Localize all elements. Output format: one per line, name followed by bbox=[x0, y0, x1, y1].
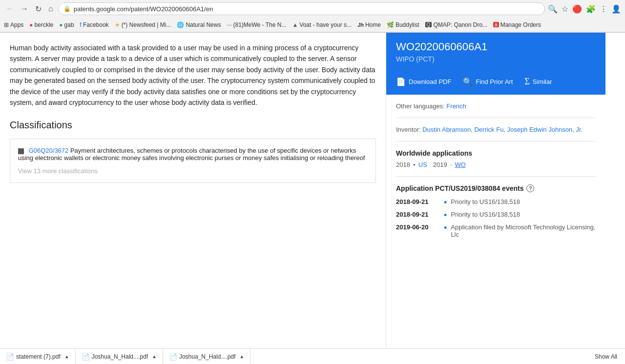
download-item-1[interactable]: 📄 Joshua_N_Hald....pdf ▲ bbox=[76, 349, 163, 364]
menu-icon[interactable]: ⋮ bbox=[600, 4, 607, 14]
bookmarks-bar: ⊞ Apps ● berckle ● gab f Facebook ★ (*) … bbox=[0, 18, 625, 32]
browser-actions: 🔍 ☆ 🔴 🧩 ⋮ 👤 bbox=[548, 4, 621, 14]
other-languages-section: Other languages: French bbox=[396, 102, 596, 118]
extensions-icon[interactable]: 🧩 bbox=[586, 4, 596, 14]
bookmark-newsfeed[interactable]: ★ (*) Newsfeed | Mi... bbox=[115, 21, 171, 28]
facebook-label: Facebook bbox=[83, 21, 109, 28]
pdf-icon-0: 📄 bbox=[6, 353, 14, 361]
bookmark-qmap[interactable]: Q QMAP: Qanon Dro... bbox=[425, 21, 488, 28]
mewe-icon: ··· bbox=[227, 21, 231, 28]
event-date-2: 2019-06-20 bbox=[396, 223, 440, 231]
download-item-2[interactable]: 📄 Joshua_N_Hald....pdf ▲ bbox=[163, 349, 250, 364]
inventors-link[interactable]: Dustin Abramson, Derrick Fu, Joseph Edwi… bbox=[422, 126, 583, 133]
home-bk-icon: Jh bbox=[357, 22, 364, 28]
classification-code-link[interactable]: G06Q20/3672 bbox=[29, 147, 69, 154]
patent-number: WO2020060606A1 bbox=[396, 40, 596, 53]
event-row-2: 2019-06-20 • Application filed by Micros… bbox=[396, 223, 596, 238]
apps-label: Apps bbox=[10, 21, 23, 28]
event-desc-2: Application filed by Microsoft Technolog… bbox=[451, 223, 596, 238]
event-desc-0: Priority to US16/138,518 bbox=[451, 198, 520, 205]
bookmark-facebook[interactable]: f Facebook bbox=[80, 21, 109, 28]
naturalnews-label: Natural News bbox=[186, 21, 221, 28]
qmap-label: QMAP: Qanon Dro... bbox=[433, 21, 487, 28]
download-arrow-1[interactable]: ▲ bbox=[152, 354, 157, 359]
sigma-icon: Σ bbox=[524, 77, 529, 87]
pdf-icon-1: 📄 bbox=[82, 353, 90, 361]
dot-2: · bbox=[450, 161, 452, 168]
right-panel: WO2020060606A1 WIPO (PCT) 📄 Download PDF… bbox=[386, 33, 605, 349]
forward-button[interactable]: → bbox=[19, 3, 30, 14]
download-arrow-0[interactable]: ▲ bbox=[64, 354, 69, 359]
application-section: Application PCT/US2019/038084 events ? 2… bbox=[396, 184, 596, 238]
abstract-text: Human body activity associated with a ta… bbox=[10, 42, 376, 108]
country-us-link[interactable]: US bbox=[418, 161, 427, 168]
patent-header: WO2020060606A1 WIPO (PCT) bbox=[386, 33, 605, 71]
actions-bar: 📄 Download PDF 🔍 Find Prior Art Σ Simila… bbox=[386, 71, 605, 95]
manageorders-label: Manage Orders bbox=[500, 21, 541, 28]
view-more-link[interactable]: View 13 more classifications bbox=[18, 167, 368, 175]
bookmark-voat[interactable]: ▲ Voat - have your s... bbox=[292, 21, 352, 28]
manageorders-icon: a bbox=[493, 22, 499, 27]
right-body: Other languages: French Inventor: Dustin… bbox=[386, 95, 605, 250]
similar-label: Similar bbox=[533, 78, 552, 85]
download-pdf-button[interactable]: 📄 Download PDF bbox=[396, 77, 451, 86]
avatar-icon[interactable]: 👤 bbox=[611, 4, 621, 14]
classification-icon bbox=[18, 148, 24, 154]
download-filename-2: Joshua_N_Hald....pdf bbox=[179, 353, 235, 360]
bookmark-mewe[interactable]: ··· (81)MeWe - The N... bbox=[227, 21, 286, 28]
apps-icon: ⊞ bbox=[4, 21, 9, 28]
home-bk-label: Home bbox=[365, 21, 381, 28]
event-row-1: 2018-09-21 • Priority to US16/138,518 bbox=[396, 211, 596, 220]
home-button[interactable]: ⌂ bbox=[46, 3, 55, 14]
event-date-1: 2018-09-21 bbox=[396, 211, 440, 218]
newsfeed-label: (*) Newsfeed | Mi... bbox=[122, 21, 171, 28]
buddylist-label: Buddylist bbox=[396, 21, 419, 28]
bookmark-naturalnews[interactable]: 🌐 Natural News bbox=[177, 21, 221, 28]
find-prior-art-label: Find Prior Art bbox=[476, 78, 513, 85]
event-bullet-1: • bbox=[444, 211, 447, 220]
refresh-button[interactable]: ↻ bbox=[33, 3, 43, 15]
event-row-0: 2018-09-21 • Priority to US16/138,518 bbox=[396, 198, 596, 207]
classifications-heading: Classifications bbox=[10, 120, 376, 131]
show-all-button[interactable]: Show All bbox=[591, 353, 621, 360]
worldwide-heading: Worldwide applications bbox=[396, 149, 596, 157]
bookmark-home[interactable]: Jh Home bbox=[357, 21, 381, 28]
pdf-icon-2: 📄 bbox=[169, 353, 177, 361]
gab-icon: ● bbox=[59, 21, 62, 28]
worldwide-years: 2018 ● US 2019 · WO bbox=[396, 161, 596, 168]
event-desc-1: Priority to US16/138,518 bbox=[451, 211, 520, 218]
application-heading: Application PCT/US2019/038084 events ? bbox=[396, 184, 596, 192]
buddylist-icon: 🌿 bbox=[387, 21, 394, 28]
qmap-icon: Q bbox=[425, 22, 432, 27]
bookmark-buddylist[interactable]: 🌿 Buddylist bbox=[387, 21, 419, 28]
country-wo-link[interactable]: WO bbox=[455, 161, 465, 168]
download-item-0[interactable]: 📄 statement (7).pdf ▲ bbox=[4, 349, 76, 364]
bookmark-manageorders[interactable]: a Manage Orders bbox=[493, 21, 541, 28]
event-bullet-0: • bbox=[444, 198, 447, 207]
voat-icon: ▲ bbox=[292, 21, 298, 28]
bottom-bar: 📄 statement (7).pdf ▲ 📄 Joshua_N_Hald...… bbox=[0, 348, 625, 364]
info-icon[interactable]: ? bbox=[526, 184, 534, 192]
application-heading-text: Application PCT/US2019/038084 events bbox=[396, 184, 523, 192]
other-languages-label: Other languages: bbox=[396, 102, 445, 110]
facebook-icon: f bbox=[80, 21, 82, 28]
left-panel: Human body activity associated with a ta… bbox=[0, 33, 386, 349]
french-link[interactable]: French bbox=[446, 102, 466, 110]
download-filename-1: Joshua_N_Hald....pdf bbox=[92, 353, 148, 360]
bookmark-berckle[interactable]: ● berckle bbox=[29, 21, 53, 28]
find-prior-art-button[interactable]: 🔍 Find Prior Art bbox=[463, 77, 513, 86]
newsfeed-icon: ★ bbox=[115, 21, 120, 28]
download-arrow-2[interactable]: ▲ bbox=[239, 354, 244, 359]
similar-button[interactable]: Σ Similar bbox=[524, 77, 552, 87]
back-button[interactable]: ← bbox=[4, 3, 16, 14]
extension-icon[interactable]: 🔴 bbox=[572, 4, 582, 14]
star-icon[interactable]: ☆ bbox=[562, 4, 568, 14]
worldwide-section: Worldwide applications 2018 ● US 2019 · … bbox=[396, 149, 596, 177]
url-text: patents.google.com/patent/WO2020060606A1… bbox=[74, 5, 540, 13]
voat-label: Voat - have your s... bbox=[299, 21, 352, 28]
mewe-label: (81)MeWe - The N... bbox=[233, 21, 286, 28]
search-icon[interactable]: 🔍 bbox=[548, 4, 558, 14]
bookmark-apps[interactable]: ⊞ Apps bbox=[4, 21, 23, 28]
address-bar[interactable]: 🔒 patents.google.com/patent/WO2020060606… bbox=[58, 2, 545, 15]
bookmark-gab[interactable]: ● gab bbox=[59, 21, 74, 28]
